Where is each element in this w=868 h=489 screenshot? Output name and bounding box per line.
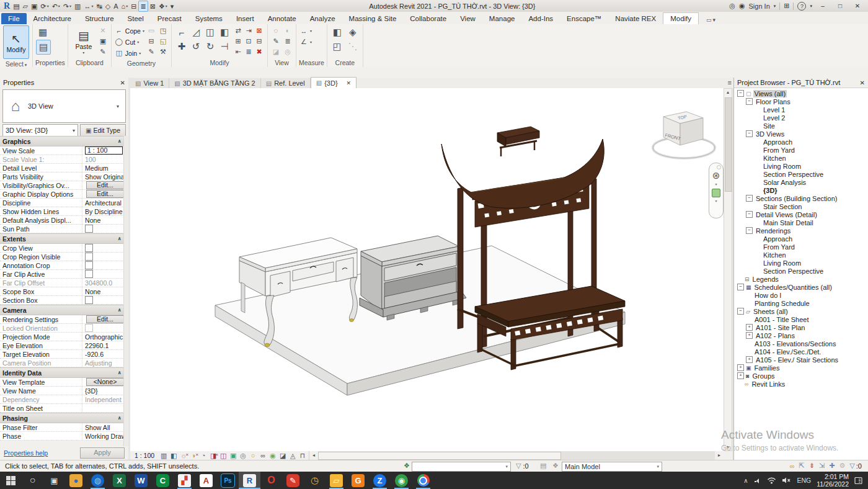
view-tab-list-icon[interactable]: ≡ xyxy=(728,79,732,86)
design-option-dropdown[interactable]: Main Model ▾ xyxy=(562,462,662,472)
scroll-down-icon[interactable]: ▾ xyxy=(724,444,732,450)
tree-item[interactable]: Site xyxy=(734,122,868,130)
task-view-taskbar-button[interactable]: ▣ xyxy=(43,472,65,489)
analytical-model-icon[interactable]: ◬ xyxy=(288,451,298,460)
revit-logo-icon[interactable]: R xyxy=(2,1,11,11)
tree-item[interactable]: +▣Families xyxy=(734,364,868,372)
render-quality-icon[interactable]: ◫ xyxy=(218,451,228,460)
property-value[interactable]: 22960.1 xyxy=(82,341,124,349)
copy-to-clipboard-button[interactable]: ▣ xyxy=(98,36,108,46)
section-header-extents[interactable]: Extents∧ xyxy=(0,233,124,244)
reset-icon[interactable]: ⚙ xyxy=(839,462,845,470)
view-templates-button[interactable]: ◌ xyxy=(271,25,281,35)
default-3d-view-icon[interactable]: ⌂▾ xyxy=(120,1,130,11)
tree-item[interactable]: A103 - Elevations/Sections xyxy=(734,339,868,348)
tree-item[interactable]: Level 1 xyxy=(734,105,868,114)
show-hidden-button[interactable]: ◎ xyxy=(283,47,293,56)
ribbon-tab-naviate-rex[interactable]: Naviate REX xyxy=(608,13,663,24)
workset-dropdown[interactable]: ▾ xyxy=(412,462,511,472)
property-value[interactable]: Independent xyxy=(82,395,124,403)
ribbon-tab-insert[interactable]: Insert xyxy=(229,13,261,24)
cut-to-clipboard-button[interactable]: ✕ xyxy=(98,25,108,35)
camtasia-taskbar-button[interactable]: C xyxy=(152,472,174,489)
tree-collapse-icon[interactable]: − xyxy=(746,227,753,234)
temporary-hide-isolate-icon[interactable]: ∞ xyxy=(258,451,268,460)
zalo-taskbar-button[interactable]: Z xyxy=(369,472,391,489)
tree-item[interactable]: Solar Analysis xyxy=(734,178,868,186)
sun-path-icon[interactable]: ☼× xyxy=(179,451,188,460)
split-with-gap-button[interactable]: ⇥ xyxy=(244,25,254,35)
split-element-button[interactable]: ⇄ xyxy=(233,25,243,35)
property-edit-button[interactable]: Edit... xyxy=(86,190,124,198)
shadows-icon[interactable]: ◑× xyxy=(188,451,198,460)
linework-button[interactable]: ✎ xyxy=(271,36,281,46)
tree-item[interactable]: From Yard xyxy=(734,243,868,251)
tag-by-category-icon[interactable]: ◇ xyxy=(104,1,112,11)
close-button[interactable]: ✕ xyxy=(851,2,864,9)
photoshop-taskbar-button[interactable]: Ps xyxy=(217,472,239,489)
ribbon-tab-analyze[interactable]: Analyze xyxy=(303,13,342,24)
family-types-button[interactable]: ▦ xyxy=(36,25,50,39)
property-value[interactable]: Edit... xyxy=(82,315,124,323)
tree-item[interactable]: −Floor Plans xyxy=(734,97,868,105)
tree-item[interactable]: −Renderings xyxy=(734,227,868,235)
tree-item[interactable]: Main Stair Detail xyxy=(734,218,868,227)
paint-button[interactable]: ✎ xyxy=(146,47,156,56)
angular-dimension-button[interactable]: ∠▾ xyxy=(299,37,312,47)
help-dropdown-icon[interactable]: ▾ xyxy=(810,4,812,9)
property-value[interactable] xyxy=(82,261,124,269)
tree-item[interactable]: −Detail Views (Detail) xyxy=(734,210,868,218)
wall-joins-button[interactable]: ▭ xyxy=(146,25,156,35)
instance-selector[interactable]: 3D View: {3D} ▾ xyxy=(2,124,78,137)
property-value[interactable] xyxy=(82,404,124,412)
cutaway-button[interactable]: ◪ xyxy=(271,47,281,56)
aligned-dimension-icon[interactable]: ↹ xyxy=(95,1,104,11)
ribbon-state-toggle[interactable]: ▭▾ xyxy=(702,16,719,24)
property-value[interactable]: Medium xyxy=(82,164,124,172)
help-icon[interactable]: ? xyxy=(797,2,806,11)
editable-only-icon[interactable]: ❖ xyxy=(551,462,560,470)
revit-taskbar-button[interactable]: R xyxy=(239,472,260,489)
save-icon[interactable]: ▣ xyxy=(30,1,38,11)
tree-collapse-icon[interactable]: − xyxy=(737,308,744,315)
ribbon-tab-enscape-[interactable]: Enscape™ xyxy=(560,13,608,24)
search-app-taskbar-button[interactable]: ● xyxy=(65,472,87,489)
scale-button[interactable]: ⊡ xyxy=(244,36,254,46)
tree-item[interactable]: +A105 - Elev./ Stair Sections xyxy=(734,356,868,364)
cut-profile-button[interactable]: ◳ xyxy=(158,25,168,35)
type-selector-dropdown-icon[interactable]: ▾ xyxy=(117,104,125,109)
tree-collapse-icon[interactable]: − xyxy=(746,211,753,218)
redo-icon[interactable]: ↷▾ xyxy=(62,1,73,11)
offset-button[interactable]: ↺ xyxy=(189,40,203,53)
navbar-dropdown-icon[interactable]: ▾ xyxy=(715,182,717,186)
rotate-button[interactable]: ↻ xyxy=(203,40,217,53)
tree-item[interactable]: From Yard xyxy=(734,146,868,154)
property-value[interactable] xyxy=(82,270,124,278)
notification-center-icon[interactable] xyxy=(854,477,863,485)
navigation-bar[interactable]: ⊛ ▾ ▾ xyxy=(709,163,724,218)
property-value[interactable]: Adjusting xyxy=(82,359,124,367)
sign-in-button[interactable]: Sign In xyxy=(749,2,770,10)
property-value[interactable]: By Discipline xyxy=(82,207,124,215)
section-header-phasing[interactable]: Phasing∧ xyxy=(0,413,124,423)
property-value[interactable]: {3D} xyxy=(82,387,124,395)
view-tab-close-icon[interactable]: ✕ xyxy=(347,80,352,86)
tree-item[interactable]: Kitchen xyxy=(734,154,868,162)
property-value[interactable]: 1 : 100 xyxy=(82,146,124,155)
print-icon[interactable]: ▥ xyxy=(73,1,82,11)
blue-circle-app-taskbar-button[interactable]: ◍ xyxy=(87,472,108,489)
pin-button[interactable]: ⊟ xyxy=(254,36,264,46)
measure-between-refs-button[interactable]: ↔▾ xyxy=(299,25,312,36)
tree-item[interactable]: ⊟Legends xyxy=(734,275,868,283)
workset-filter-icon[interactable]: ▽ :0 xyxy=(514,462,529,470)
gstarcad-taskbar-button[interactable]: G xyxy=(347,472,369,489)
app-store-icon[interactable]: ⊞ xyxy=(784,2,789,10)
ribbon-tab-collaborate[interactable]: Collaborate xyxy=(403,13,453,24)
tray-audio-app-icon[interactable] xyxy=(753,477,761,484)
property-edit-button[interactable]: Edit... xyxy=(86,315,124,323)
ribbon-tab-view[interactable]: View xyxy=(453,13,482,24)
project-browser-close-icon[interactable]: ✕ xyxy=(860,79,865,86)
thin-lines-icon[interactable]: ≣ xyxy=(138,1,148,12)
tree-item[interactable]: +A101 - Site Plan xyxy=(734,323,868,331)
view-tab-view-1[interactable]: ▧View 1 xyxy=(130,78,169,88)
